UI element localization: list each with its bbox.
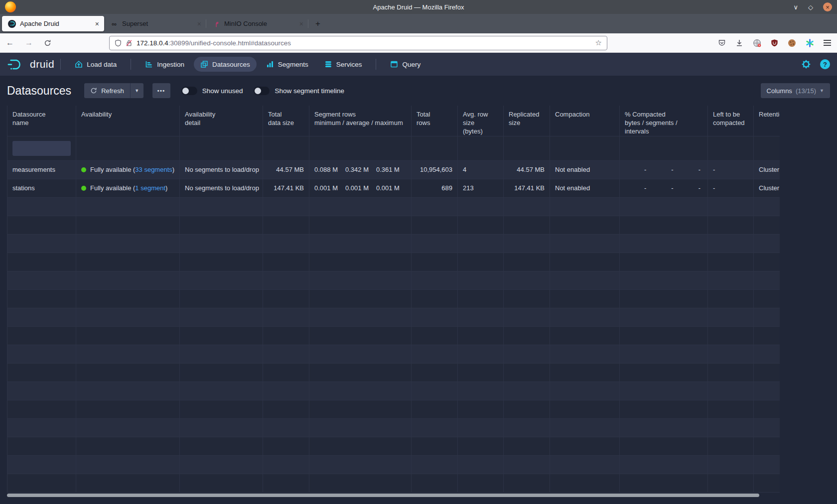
tab-close-icon[interactable]: × <box>197 20 201 28</box>
empty-cell <box>76 381 180 400</box>
bookmark-star-icon[interactable]: ☆ <box>595 38 602 47</box>
filter-cell-retention <box>754 136 780 160</box>
minimize-icon[interactable]: ∨ <box>793 4 798 10</box>
tab-close-icon[interactable]: × <box>95 20 99 28</box>
column-header-compaction[interactable]: Compaction <box>550 106 620 136</box>
cookie-icon[interactable] <box>788 39 796 47</box>
empty-cell <box>708 252 754 271</box>
nav-item-label: Services <box>336 61 362 68</box>
empty-cell <box>180 418 263 437</box>
segments-link[interactable]: 33 segments <box>135 166 172 173</box>
load-data-icon <box>75 60 83 68</box>
empty-cell <box>620 381 708 400</box>
empty-cell <box>412 418 458 437</box>
gear-icon[interactable] <box>801 59 811 69</box>
column-header-retention[interactable]: Retention <box>754 106 780 136</box>
empty-cell <box>504 455 550 474</box>
cell-availability: Fully available (33 segments) <box>76 160 180 179</box>
empty-cell <box>550 455 620 474</box>
empty-cell <box>309 474 412 492</box>
table-row-stations[interactable]: stationsFully available (1 segment)No se… <box>7 179 780 197</box>
column-header-availability[interactable]: Availability <box>76 106 180 136</box>
tab-minio-console[interactable]: MinIO Console × <box>206 16 308 31</box>
cell-compaction: Not enabled <box>550 160 620 179</box>
help-icon[interactable]: ? <box>820 59 830 69</box>
back-icon[interactable]: ← <box>6 38 14 47</box>
nav-item-ingestion[interactable]: Ingestion <box>139 57 191 72</box>
tab-close-icon[interactable]: × <box>299 20 303 28</box>
column-header-avg-row-size[interactable]: Avg. row size (bytes) <box>458 106 504 136</box>
empty-cell <box>708 418 754 437</box>
ublock-icon[interactable] <box>771 39 778 47</box>
column-header-left-to-compact[interactable]: Left to be compacted <box>708 106 754 136</box>
column-header-pct-compacted[interactable]: % Compacted bytes / segments / intervals <box>620 106 708 136</box>
datasource-name-filter-input[interactable] <box>12 141 71 156</box>
empty-cell <box>76 418 180 437</box>
empty-table-row <box>7 363 780 381</box>
insecure-lock-icon[interactable] <box>126 39 133 47</box>
empty-cell <box>309 197 412 216</box>
columns-count: (13/15) <box>796 87 816 95</box>
nav-item-segments[interactable]: Segments <box>260 57 315 72</box>
url-text[interactable]: 172.18.0.4:30899/unified-console.html#da… <box>137 39 591 47</box>
empty-cell <box>309 308 412 326</box>
empty-cell <box>309 363 412 381</box>
empty-cell <box>550 197 620 216</box>
empty-cell <box>550 289 620 308</box>
chevron-down-icon: ▼ <box>820 88 824 93</box>
close-icon[interactable]: × <box>823 2 832 11</box>
segment-rows-value: 0.088 M <box>314 166 338 173</box>
column-header-datasource-name[interactable]: Datasource name <box>7 106 76 136</box>
column-header-total-rows[interactable]: Total rows <box>412 106 458 136</box>
column-header-total-data-size[interactable]: Total data size <box>263 106 309 136</box>
empty-cell <box>708 345 754 363</box>
profile-icon[interactable] <box>753 39 761 47</box>
filter-cell-datasource-name[interactable] <box>7 136 76 160</box>
pocket-icon[interactable] <box>718 39 726 47</box>
column-header-availability-detail[interactable]: Availability detail <box>180 106 263 136</box>
maximize-icon[interactable]: ◇ <box>808 4 813 10</box>
refresh-button[interactable]: Refresh <box>84 83 130 98</box>
url-bar[interactable]: 172.18.0.4:30899/unified-console.html#da… <box>109 36 607 50</box>
pct-compacted-value: - <box>698 166 700 173</box>
more-actions-button[interactable]: ••• <box>152 83 170 98</box>
empty-cell <box>180 326 263 345</box>
refresh-dropdown-button[interactable]: ▼ <box>130 83 143 98</box>
empty-cell <box>754 326 780 345</box>
forward-icon[interactable]: → <box>25 38 33 47</box>
cell-datasource-name[interactable]: stations <box>7 179 76 197</box>
empty-cell <box>180 197 263 216</box>
segments-link[interactable]: 1 segment <box>135 184 165 192</box>
table-row-measurements[interactable]: measurementsFully available (33 segments… <box>7 160 780 179</box>
nav-item-query[interactable]: Query <box>384 57 427 72</box>
show-segment-timeline-toggle[interactable] <box>254 87 270 95</box>
nav-item-datasources[interactable]: Datasources <box>194 57 257 72</box>
cell-compaction: Not enabled <box>550 179 620 197</box>
pct-compacted-value: - <box>671 166 673 173</box>
nav-item-services[interactable]: Services <box>318 57 369 72</box>
cell-datasource-name[interactable]: measurements <box>7 160 76 179</box>
show-unused-toggle[interactable] <box>181 87 197 95</box>
shield-icon[interactable] <box>115 39 122 47</box>
toggle-label: Show segment timeline <box>275 87 344 95</box>
column-header-segment-rows[interactable]: Segment rows minimum / average / maximum <box>309 106 412 136</box>
services-icon <box>324 60 332 68</box>
cell-total-rows: 689 <box>412 179 458 197</box>
columns-button[interactable]: Columns (13/15) ▼ <box>761 83 830 98</box>
empty-cell <box>504 474 550 492</box>
tab-superset[interactable]: ∞ Superset × <box>104 16 206 31</box>
nav-item-load-data[interactable]: Load data <box>68 57 123 72</box>
tab-apache-druid[interactable]: Apache Druid × <box>2 16 104 31</box>
empty-cell <box>76 474 180 492</box>
extension-asterisk-icon[interactable] <box>806 39 814 47</box>
druid-logo[interactable]: druid <box>7 58 54 71</box>
menu-icon[interactable] <box>824 40 831 45</box>
reload-icon[interactable] <box>44 39 51 47</box>
cell-availability: Fully available (1 segment) <box>76 179 180 197</box>
new-tab-button[interactable]: + <box>315 19 320 29</box>
horizontal-scrollbar[interactable] <box>7 494 759 497</box>
empty-table-row <box>7 455 780 474</box>
column-header-replicated-size[interactable]: Replicated size <box>504 106 550 136</box>
download-icon[interactable] <box>735 39 743 47</box>
availability-text: Fully available (1 segment) <box>90 184 167 192</box>
